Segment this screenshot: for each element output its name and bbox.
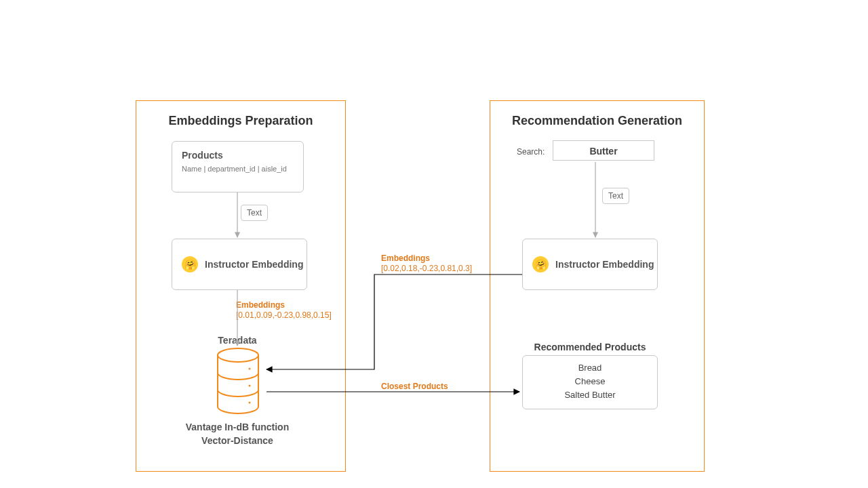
closest-products-label: Closest Products <box>381 382 448 391</box>
products-title: Products <box>182 150 294 161</box>
embeddings-vector-center: [0.02,0.18,-0.23,0.81,0.3] <box>381 264 472 273</box>
instructor-embedding-left: 🤗 Instructor Embedding <box>172 239 307 290</box>
panel-title-left: Embeddings Preparation <box>136 114 346 128</box>
rec-item: Bread <box>523 361 657 375</box>
rec-item: Salted Butter <box>523 388 657 402</box>
recommended-products-box: Bread Cheese Salted Butter <box>522 355 658 409</box>
rec-item: Cheese <box>523 375 657 388</box>
recommended-products-title: Recommended Products <box>522 342 658 352</box>
svg-point-3 <box>249 402 251 404</box>
panel-title-right: Recommendation Generation <box>490 114 705 128</box>
huggingface-icon: 🤗 <box>182 256 198 272</box>
text-chip-left: Text <box>241 205 268 221</box>
db-caption-2: Vector-Distance <box>170 435 305 446</box>
search-label: Search: <box>517 147 545 157</box>
db-caption-1: Vantage In-dB function <box>170 422 305 432</box>
diagram-canvas: Embeddings Preparation Products Name | d… <box>0 0 868 488</box>
search-input[interactable]: Butter <box>553 140 654 161</box>
text-chip-right: Text <box>602 188 629 204</box>
embed-label-left: Instructor Embedding <box>205 259 303 270</box>
svg-point-2 <box>249 385 251 387</box>
svg-point-1 <box>249 368 251 370</box>
database-icon <box>214 347 262 415</box>
instructor-embedding-right: 🤗 Instructor Embedding <box>522 239 658 290</box>
embeddings-label-center: Embeddings <box>381 253 430 263</box>
embeddings-vector-left: [0.01,0.09,-0.23,0.98,0.15] <box>236 310 332 320</box>
embed-label-right: Instructor Embedding <box>555 259 654 270</box>
teradata-label: Teradata <box>203 335 271 346</box>
embeddings-label-left: Embeddings <box>236 300 285 310</box>
products-schema: Name | department_id | aisle_id <box>182 165 294 173</box>
huggingface-icon: 🤗 <box>532 256 549 272</box>
products-box: Products Name | department_id | aisle_id <box>172 141 304 192</box>
arrows-overlay <box>0 0 868 488</box>
svg-point-0 <box>218 348 258 362</box>
